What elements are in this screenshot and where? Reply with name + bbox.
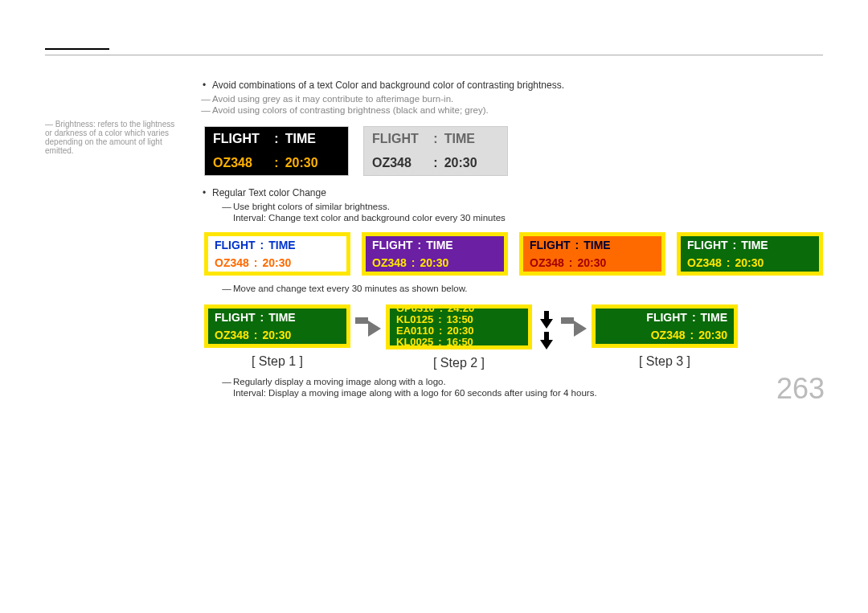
step-2-box: OP0310:24:20 KL0125:13:50 EA0110:20:30 K… xyxy=(386,304,532,370)
board-sep: : xyxy=(433,132,437,146)
board-flight-label: FLIGHT xyxy=(213,132,268,146)
dash: ― xyxy=(220,202,233,211)
chip-header: FLIGHT:TIME xyxy=(596,309,734,326)
chip-clock: 20:30 xyxy=(577,256,606,269)
chip-time: TIME xyxy=(426,239,452,251)
step-1-label: [ Step 1 ] xyxy=(204,354,350,369)
dash: ― xyxy=(220,284,233,293)
step-1-chip: FLIGHT:TIME OZ348:20:30 xyxy=(204,304,350,348)
two-column-layout: ― Brightness: refers to the lightness or… xyxy=(45,80,823,398)
subnote-dash: ― xyxy=(199,94,212,104)
scroll-sep: : xyxy=(438,314,441,325)
sub-logo-text: Regularly display a moving image along w… xyxy=(233,377,446,386)
chip-sep: : xyxy=(692,311,696,324)
chip-sep: : xyxy=(575,239,579,251)
chip-sep: : xyxy=(254,329,258,341)
board-data-row: OZ348 : 20:30 xyxy=(364,151,507,175)
example-block-move: ― Move and change text every 30 minutes … xyxy=(196,284,823,293)
chip-code: OZ348 xyxy=(687,256,722,269)
step-2-label: [ Step 2 ] xyxy=(386,356,532,370)
chip-header: FLIGHT:TIME xyxy=(681,236,819,254)
step-3-chip: FLIGHT:TIME OZ348:20:30 xyxy=(592,304,738,348)
sub-logo: ― Regularly display a moving image along… xyxy=(220,377,823,386)
steps-row: FLIGHT:TIME OZ348:20:30 [ Step 1 ] OP031… xyxy=(204,304,823,370)
chip-code: OZ348 xyxy=(530,256,564,269)
chip-data: OZ348:20:30 xyxy=(208,254,346,272)
bullet-text: Avoid combinations of a text Color and b… xyxy=(212,80,564,91)
subnote-contrast-colors: ― Avoid using colors of contrasting brig… xyxy=(199,105,823,115)
bullet-marker: • xyxy=(196,187,212,198)
chip-header: FLIGHT:TIME xyxy=(523,236,661,254)
board-data-row: OZ348 : 20:30 xyxy=(205,151,348,175)
scroll-row: KL0025:16:50 xyxy=(390,337,528,348)
chip-flight: FLIGHT xyxy=(646,311,687,324)
sub-logo-interval-text: Interval: Display a moving image along w… xyxy=(220,388,823,398)
chip-time: TIME xyxy=(741,239,768,251)
chip-white-blue: FLIGHT:TIME OZ348:20:30 xyxy=(204,232,350,276)
scrolling-chip: OP0310:24:20 KL0125:13:50 EA0110:20:30 K… xyxy=(386,304,532,349)
chip-time: TIME xyxy=(268,311,295,324)
board-time-label: TIME xyxy=(444,132,499,146)
chip-sep: : xyxy=(254,256,258,269)
step-3-label: [ Step 3 ] xyxy=(592,354,738,369)
chip-header: FLIGHT:TIME xyxy=(208,309,346,326)
chip-flight: FLIGHT xyxy=(687,239,728,251)
bullet-regular-change: • Regular Text color Change xyxy=(196,187,823,198)
header-rule-short xyxy=(45,48,109,50)
chip-data: OZ348:20:30 xyxy=(523,254,661,272)
scroll-row: KL0125:13:50 xyxy=(390,314,528,325)
subnote-text: Avoid using colors of contrasting bright… xyxy=(212,105,489,115)
chip-data: OZ348:20:30 xyxy=(366,254,504,272)
color-variation-row: FLIGHT:TIME OZ348:20:30 FLIGHT:TIME OZ34… xyxy=(204,232,823,276)
scroll-time: 16:50 xyxy=(447,337,473,348)
scroll-code: EA0110 xyxy=(396,325,434,337)
chip-clock: 20:30 xyxy=(735,256,764,269)
scroll-time: 13:50 xyxy=(447,314,473,325)
bullet-marker: • xyxy=(196,80,212,91)
chip-flight: FLIGHT xyxy=(215,239,256,251)
chip-time: TIME xyxy=(583,239,610,251)
scroll-row: EA0110:20:30 xyxy=(390,325,528,337)
chip-data: OZ348:20:30 xyxy=(208,326,346,344)
chip-clock: 20:30 xyxy=(420,256,448,269)
chip-flight: FLIGHT xyxy=(372,239,413,251)
example-block-logo: ― Regularly display a moving image along… xyxy=(196,377,823,398)
chip-clock: 20:30 xyxy=(698,329,727,341)
chip-data: OZ348:20:30 xyxy=(681,254,819,272)
chip-green: FLIGHT:TIME OZ348:20:30 xyxy=(677,232,823,276)
header-rule-full xyxy=(45,55,823,55)
board-black: FLIGHT : TIME OZ348 : 20:30 xyxy=(204,126,349,176)
board-header: FLIGHT : TIME xyxy=(205,127,348,151)
sub-bright: ― Use bright colors of similar brightnes… xyxy=(220,202,823,211)
board-flight-label: FLIGHT xyxy=(372,132,427,146)
board-header: FLIGHT : TIME xyxy=(364,127,507,151)
board-clock: 20:30 xyxy=(285,156,340,170)
side-note: ― Brightness: refers to the lightness or… xyxy=(45,80,196,398)
main-content: • Avoid combinations of a text Color and… xyxy=(196,80,823,398)
chip-data: OZ348:20:30 xyxy=(596,326,734,344)
chip-sep: : xyxy=(260,239,264,251)
step-3-box: FLIGHT:TIME OZ348:20:30 [ Step 3 ] xyxy=(592,304,738,369)
chip-sep: : xyxy=(727,256,731,269)
board-clock: 20:30 xyxy=(444,156,499,170)
arrow-right-icon xyxy=(355,304,381,337)
board-time-label: TIME xyxy=(285,132,340,146)
scroll-code: KL0125 xyxy=(396,314,433,325)
subnote-text: Avoid using grey as it may contribute to… xyxy=(212,94,453,104)
chip-code: OZ348 xyxy=(372,256,407,269)
board-grey: FLIGHT : TIME OZ348 : 20:30 xyxy=(363,126,508,176)
sub-move-text: Move and change text every 30 minutes as… xyxy=(233,284,468,293)
example-block-bright: ― Use bright colors of similar brightnes… xyxy=(196,202,823,223)
chip-sep: : xyxy=(260,311,264,324)
arrow-down-icon xyxy=(540,311,553,329)
arrow-down-icon xyxy=(540,332,553,349)
board-code: OZ348 xyxy=(213,156,268,170)
chip-time: TIME xyxy=(268,239,295,251)
scroll-code: KL0025 xyxy=(396,337,433,348)
board-sep: : xyxy=(274,132,278,146)
sub-bright-text: Use bright colors of similar brightness. xyxy=(233,202,390,211)
chip-orange: FLIGHT:TIME OZ348:20:30 xyxy=(519,232,665,276)
chip-clock: 20:30 xyxy=(262,329,291,341)
sidenote-text: Brightness: refers to the lightness or d… xyxy=(45,120,174,155)
subnote-grey: ― Avoid using grey as it may contribute … xyxy=(199,94,823,104)
